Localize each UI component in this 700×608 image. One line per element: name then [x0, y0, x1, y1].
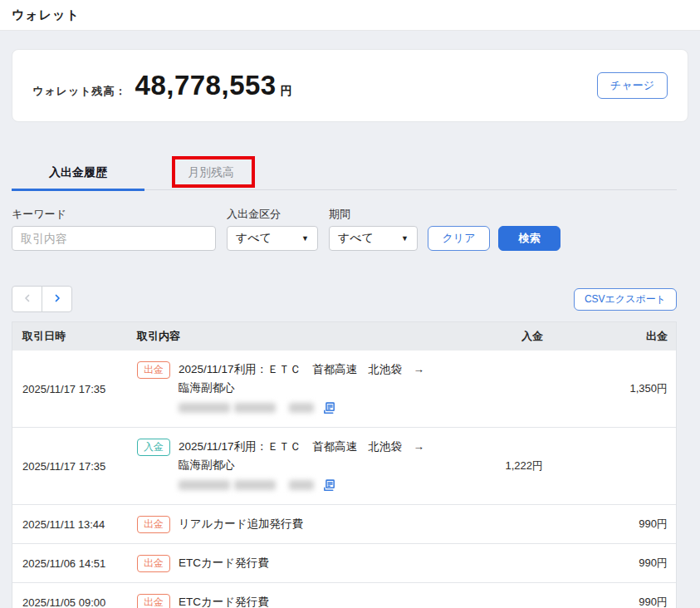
- transaction-description: ETCカード発行費: [179, 554, 269, 572]
- list-toolbar: CSVエクスポート: [12, 286, 677, 312]
- category-label: 入出金区分: [227, 207, 318, 222]
- transaction-datetime: 2025/11/17 17:35: [12, 438, 137, 494]
- transaction-withdrawal: 1,350円: [543, 360, 676, 417]
- page-title: ウォレット: [12, 7, 80, 23]
- header-datetime: 取引日時: [12, 329, 137, 344]
- prev-page-button[interactable]: [12, 286, 42, 312]
- category-select-value: すべて: [236, 231, 272, 246]
- chevron-down-icon: ▼: [401, 234, 409, 243]
- wallet-balance: ウォレット残高： 48,778,553 円: [32, 70, 292, 101]
- transaction-table: 取引日時 取引内容 入金 出金 2025/11/17 17:35 出金 2025…: [12, 321, 677, 608]
- transaction-description-line: 2025/11/17利用：ＥＴＣ 首都高速 北池袋 →: [179, 360, 424, 379]
- header-withdrawal: 出金: [543, 329, 676, 344]
- category-filter-group: 入出金区分 すべて ▼: [227, 207, 318, 251]
- keyword-input[interactable]: [12, 226, 216, 251]
- table-row: 2025/11/11 13:44 出金 リアルカード追加発行費 990円: [12, 505, 676, 544]
- transaction-type-badge: 出金: [137, 555, 170, 572]
- tab-bar: 入出金履歴 月別残高: [12, 157, 677, 190]
- transaction-withdrawal: 990円: [543, 593, 676, 608]
- chevron-right-icon: [52, 293, 62, 306]
- period-select-value: すべて: [338, 231, 374, 246]
- transaction-description-line: リアルカード追加発行費: [179, 515, 303, 533]
- transaction-type-badge: 出金: [137, 516, 170, 533]
- transaction-deposit: [435, 360, 543, 417]
- keyword-label: キーワード: [12, 207, 216, 222]
- transaction-withdrawal: 990円: [543, 554, 676, 572]
- redacted-blur: [234, 480, 276, 490]
- transaction-withdrawal: [543, 438, 676, 494]
- transaction-description-line: 臨海副都心: [179, 456, 424, 474]
- next-page-button[interactable]: [42, 286, 72, 312]
- receipt-icon[interactable]: [322, 401, 336, 415]
- category-select[interactable]: すべて ▼: [227, 226, 318, 251]
- redacted-blur: [289, 480, 314, 490]
- table-row: 2025/11/17 17:35 出金 2025/11/17利用：ＥＴＣ 首都高…: [12, 351, 676, 428]
- charge-button[interactable]: チャージ: [597, 72, 668, 99]
- table-body: 2025/11/17 17:35 出金 2025/11/17利用：ＥＴＣ 首都高…: [12, 351, 676, 608]
- csv-export-button[interactable]: CSVエクスポート: [574, 288, 677, 311]
- table-header-row: 取引日時 取引内容 入金 出金: [12, 321, 676, 351]
- table-row: 2025/11/05 09:00 出金 ETCカード発行費 990円: [12, 583, 676, 608]
- transaction-description: 2025/11/17利用：ＥＴＣ 首都高速 北池袋 →臨海副都心: [179, 360, 424, 417]
- transaction-datetime: 2025/11/06 14:51: [12, 554, 137, 572]
- wallet-balance-card: ウォレット残高： 48,778,553 円 チャージ: [12, 49, 688, 122]
- transaction-deposit: [435, 593, 543, 608]
- balance-label: ウォレット残高：: [32, 84, 127, 99]
- tab-monthly-balance[interactable]: 月別残高: [144, 157, 277, 189]
- transaction-description-line: ETCカード発行費: [179, 593, 269, 608]
- app-header: ウォレット: [0, 0, 700, 31]
- pagination: [12, 286, 72, 312]
- transaction-deposit: 1,222円: [435, 438, 543, 494]
- chevron-down-icon: ▼: [301, 234, 309, 243]
- transaction-description-line: ETCカード発行費: [179, 554, 269, 572]
- transaction-datetime: 2025/11/05 09:00: [12, 593, 137, 608]
- redacted-blur: [179, 403, 230, 413]
- transaction-description: ETCカード発行費: [179, 593, 269, 608]
- transaction-description: リアルカード追加発行費: [179, 515, 303, 533]
- transaction-datetime: 2025/11/17 17:35: [12, 360, 137, 417]
- redacted-card-number: [179, 399, 424, 417]
- transaction-description-line: 臨海副都心: [179, 379, 424, 397]
- period-select[interactable]: すべて ▼: [329, 226, 418, 251]
- transaction-deposit: [435, 554, 543, 572]
- balance-amount: 48,778,553: [135, 70, 277, 101]
- balance-unit: 円: [281, 84, 292, 99]
- keyword-filter-group: キーワード: [12, 207, 216, 251]
- transaction-type-badge: 出金: [137, 361, 170, 379]
- transaction-type-badge: 入金: [137, 439, 170, 456]
- header-description: 取引内容: [137, 329, 435, 344]
- redacted-blur: [234, 403, 276, 413]
- receipt-icon[interactable]: [322, 478, 336, 493]
- transaction-datetime: 2025/11/11 13:44: [12, 515, 137, 533]
- chevron-left-icon: [22, 293, 32, 306]
- redacted-blur: [289, 403, 314, 413]
- redacted-blur: [179, 480, 230, 490]
- header-deposit: 入金: [435, 329, 543, 344]
- tab-transaction-history[interactable]: 入出金履歴: [12, 157, 144, 189]
- period-label: 期間: [329, 207, 418, 222]
- table-row: 2025/11/06 14:51 出金 ETCカード発行費 990円: [12, 544, 676, 583]
- transaction-description-line: 2025/11/17利用：ＥＴＣ 首都高速 北池袋 →: [179, 438, 424, 456]
- clear-button[interactable]: クリア: [428, 226, 490, 251]
- redacted-card-number: [179, 476, 424, 494]
- main-content: ウォレット残高： 48,778,553 円 チャージ 入出金履歴 月別残高 キー…: [0, 49, 700, 608]
- transaction-type-badge: 出金: [137, 594, 170, 608]
- table-row: 2025/11/17 17:35 入金 2025/11/17利用：ＥＴＣ 首都高…: [12, 428, 676, 505]
- search-button[interactable]: 検索: [498, 226, 560, 251]
- transaction-description: 2025/11/17利用：ＥＴＣ 首都高速 北池袋 →臨海副都心: [179, 438, 424, 494]
- period-filter-group: 期間 すべて ▼: [329, 207, 418, 251]
- filter-bar: キーワード 入出金区分 すべて ▼ 期間 すべて ▼ クリア 検索: [12, 207, 688, 251]
- transaction-deposit: [435, 515, 543, 533]
- transaction-withdrawal: 990円: [543, 515, 676, 533]
